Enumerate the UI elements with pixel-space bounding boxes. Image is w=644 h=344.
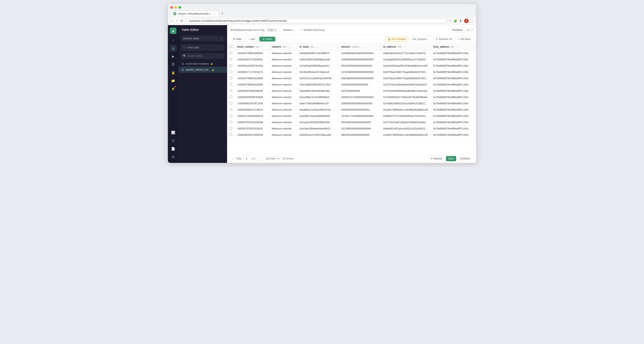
table-cell[interactable]: ethereum-mainnet — [269, 63, 297, 69]
sidebar-item-table-editor[interactable]: ▦ — [170, 44, 177, 52]
table-cell[interactable]: 1438346820437671936 — [235, 100, 269, 107]
table-cell[interactable]: ethereum-mainnet — [269, 50, 297, 56]
select-all-checkbox[interactable] — [230, 45, 232, 48]
table-cell[interactable]: 0x5c3d8061f45529215178a7 — [297, 82, 339, 88]
table-cell[interactable]: 53282000000000000000 — [339, 82, 380, 88]
table-cell[interactable]: 0x4151c01ca58343a10d4549 — [297, 75, 339, 82]
plan-badge[interactable]: Free ⌄ — [267, 28, 278, 32]
extensions-button[interactable]: 🧩 — [454, 19, 458, 23]
refresh-button[interactable]: ↻ Refresh — [428, 156, 445, 161]
table-cell[interactable]: ethereum-mainnet — [269, 56, 297, 63]
table-cell[interactable]: 0x75e89d5979e4f6fba9f97c104c — [431, 56, 476, 63]
sidebar-item-sql-editor[interactable]: ▶ — [170, 53, 177, 60]
table-cell[interactable]: 0xb1b2d032aa2f52347fbcfd08e5c3cc552 — [380, 63, 430, 69]
sidebar-item-functions[interactable]: ⚡ — [170, 85, 177, 92]
sort-button[interactable]: ↕ Sort — [246, 36, 258, 42]
table-cell[interactable]: 0x75e89d5979e4f6fba9f97c104c — [431, 88, 476, 94]
table-cell[interactable]: 450381321700000000000000 — [339, 94, 380, 100]
table-cell[interactable]: 0x75e89d5979e4f6fba9f97c104c — [431, 63, 476, 69]
table-cell[interactable]: 1438345789645520896 — [235, 75, 269, 82]
col-from-address[interactable]: from_address text ⌄ — [431, 43, 476, 50]
table-cell[interactable]: 640000000000000000000 — [339, 107, 380, 113]
table-cell[interactable]: 0x1b9e738056a9c1c2b380bf6d0d861c55 — [380, 107, 430, 113]
table-cell[interactable]: 1438345171170230272 — [235, 69, 269, 75]
star-button[interactable]: ☆ — [449, 19, 452, 23]
schema-selector[interactable]: schema: public ⌄ — [181, 36, 224, 41]
table-search-input[interactable] — [187, 54, 219, 57]
new-tab-button[interactable]: + — [220, 10, 225, 16]
table-row[interactable]: 1438345102450753536ethereum-mainnet0x7e0… — [227, 63, 476, 69]
table-cell[interactable]: 1438347576351916032 — [235, 126, 269, 132]
col-sort-icon[interactable]: ⌄ — [288, 45, 290, 48]
row-checkbox[interactable] — [230, 108, 232, 111]
table-row[interactable]: 1438346545559764992ethereum-mainnet0xea4… — [227, 94, 476, 100]
table-cell[interactable]: 0x60a299541f8d59b6d1a08 — [297, 56, 339, 63]
table-row[interactable]: 1438347507632439296ethereum-mainnet0xfce… — [227, 119, 476, 126]
col-network[interactable]: network text ⌄ — [269, 43, 297, 50]
col-sort-icon[interactable]: ⌄ — [315, 45, 317, 48]
supabase-logo[interactable] — [170, 27, 176, 34]
table-cell[interactable]: 0x7544cb496584b6badb088672aa91cbe — [380, 88, 430, 94]
row-checkbox[interactable] — [230, 96, 232, 98]
sidebar-item-database[interactable]: 🗄 — [170, 61, 177, 68]
sidebar-item-storage[interactable]: 📁 — [170, 77, 177, 84]
minimize-traffic-dot[interactable] — [174, 6, 177, 9]
table-cell[interactable]: 1438344758853369856 — [235, 50, 269, 56]
new-table-button[interactable]: + + New table — [181, 44, 224, 51]
table-cell[interactable]: 1611980000000000000000 — [339, 126, 380, 132]
table-cell[interactable]: 0xea4f68a7ec5c03f65bfbe5 — [297, 94, 339, 100]
user-avatar[interactable]: F — [464, 19, 468, 23]
table-cell[interactable]: 0xef3623e1511897c8beca9d — [297, 132, 339, 138]
col-amount[interactable]: amount numeric ⌄ — [339, 43, 380, 50]
table-cell[interactable]: 0x7e020a62d9f308aebe012 — [297, 63, 339, 69]
table-cell[interactable]: 0x75e89d5979e4f6fba9f97c104c — [431, 119, 476, 126]
table-cell[interactable]: 0x75e89d5979e4f6fba9f97c104c — [431, 75, 476, 82]
maximize-traffic-dot[interactable] — [178, 6, 181, 9]
rls-badge[interactable]: 🔒 RLS disabled — [386, 37, 408, 41]
table-cell[interactable]: ethereum-mainnet — [269, 100, 297, 107]
table-row[interactable]: 1438345789645520896ethereum-mainnet0x415… — [227, 75, 476, 82]
sidebar-item-logs[interactable]: ☰ — [170, 137, 177, 144]
tab-close-button[interactable]: ✕ — [214, 12, 216, 15]
table-row[interactable]: 1438345171170230272ethereum-mainnet0x540… — [227, 69, 476, 75]
table-cell[interactable]: 1438346889157148672 — [235, 107, 269, 113]
table-cell[interactable]: ethereum-mainnet — [269, 69, 297, 75]
table-cell[interactable]: 0x540b4f01be47e7beb2a3f — [297, 69, 339, 75]
feedback-button[interactable]: Feedback — [449, 27, 465, 33]
realtime-badge[interactable]: ◎ Realtime off — [434, 37, 454, 41]
table-cell[interactable]: 224409506620000000000000 — [339, 50, 380, 56]
menu-button[interactable]: ⋮ — [471, 19, 474, 23]
table-cell[interactable]: 1438347164035055616 — [235, 113, 269, 119]
table-cell[interactable]: 0x75e89d5979e4f6fba9f97c104c — [431, 100, 476, 107]
table-cell[interactable]: 0xa6d461497a2ec4b30f12c623c49312a0d — [380, 126, 430, 132]
table-cell[interactable]: ethereum-mainnet — [269, 107, 297, 113]
mail-icon-button[interactable]: ✉ — [467, 28, 470, 32]
table-cell[interactable]: 0x1b9e738056a9c1c2b380bf6d0d861c55 — [380, 132, 430, 138]
streams-link[interactable]: streams ⌄ — [283, 28, 296, 31]
row-checkbox[interactable] — [230, 114, 232, 117]
table-cell[interactable]: 1438344827572846592 — [235, 56, 269, 63]
branching-link[interactable]: ⑂ Enable branching — [301, 28, 324, 31]
row-checkbox[interactable] — [230, 83, 232, 86]
table-cell[interactable]: 0x75e89d5979e4f6fba9f97c104c — [431, 69, 476, 75]
table-cell[interactable]: 1438346545559764992 — [235, 94, 269, 100]
col-sort-icon[interactable]: ⌄ — [361, 45, 363, 48]
table-row[interactable]: 1438348538424590336ethereum-mainnet0xef3… — [227, 132, 476, 138]
table-cell[interactable]: 10000000000000000000000 — [339, 100, 380, 107]
table-cell[interactable]: 0x75e89d5979e4f6fba9f97c104c — [431, 126, 476, 132]
table-cell[interactable]: 0x5f9ecf757137d5ef4330ab72d18163c2f2 — [380, 113, 430, 119]
filter-button[interactable]: ⊟ Filter — [230, 36, 244, 42]
table-cell[interactable]: 0x7e9d82c8b92332bcc92fe4c316faf11844 — [380, 100, 430, 107]
row-checkbox[interactable] — [230, 52, 232, 54]
table-cell[interactable]: 0x588d93f0957c18cf89f875 — [297, 50, 339, 56]
filter-icon[interactable]: ⊟ — [220, 54, 222, 57]
table-row[interactable]: 1438346476840288256ethereum-mainnet0xbe6… — [227, 88, 476, 94]
table-cell[interactable]: 0x75e89d5979e4f6fba9f97c104c — [431, 82, 476, 88]
table-cell[interactable]: 0x75e89d5979e4f6fba9f97c104c — [431, 113, 476, 119]
table-cell[interactable]: ethereum-mainnet — [269, 132, 297, 138]
row-checkbox[interactable] — [230, 89, 232, 92]
row-checkbox[interactable] — [230, 64, 232, 67]
table-cell[interactable]: 0x4dbf2a11e45ec0d8c4d7e5 — [297, 107, 339, 113]
data-tab-button[interactable]: Data — [446, 156, 456, 161]
table-cell[interactable]: 0x75e89d5979e4f6fba9f97c104c — [431, 94, 476, 100]
